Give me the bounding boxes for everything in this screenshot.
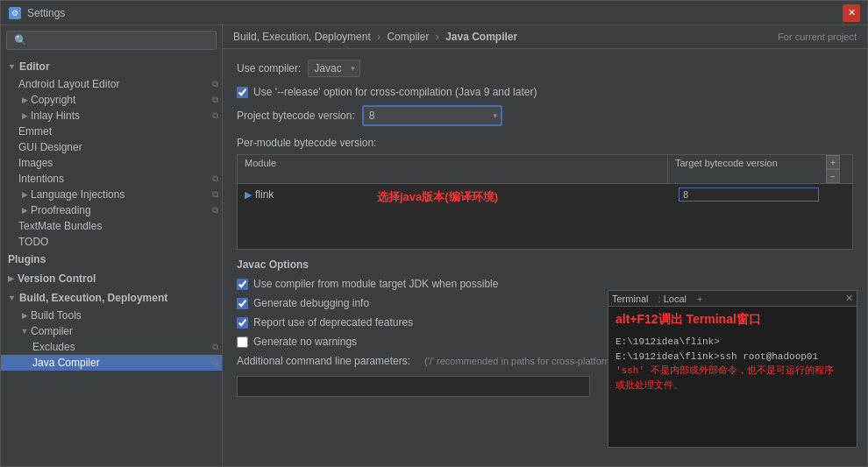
additional-label: Additional command line parameters: [237,355,410,367]
inlay-arrow-icon: ▶ [18,110,31,122]
copy-icon: ⧉ [212,79,218,89]
javac-opt4-label: Generate no warnings [253,336,357,348]
javac-opt3-checkbox[interactable] [237,317,248,329]
title-bar: ⚙ Settings ✕ [1,1,867,25]
main-content: ▼ Editor Android Layout Editor ⧉ ▶ Copyr… [1,25,867,466]
bytecode-version-row: Project bytecode version: ▼ [237,105,853,126]
copy-icon7: ⧉ [212,342,218,352]
bytecode-dropdown-icon: ▼ [492,112,499,120]
sidebar-tree: ▼ Editor Android Layout Editor ⧉ ▶ Copyr… [1,55,222,466]
per-module-label: Per-module bytecode version: [237,137,853,149]
copy-icon4: ⧉ [212,173,218,184]
sidebar-item-android-layout[interactable]: Android Layout Editor ⧉ [1,76,222,92]
javac-options-label: Javac Options [237,258,853,271]
main-panel: Build, Execution, Deployment › Compiler … [223,25,867,466]
remove-module-button[interactable]: − [826,169,840,183]
javac-opt4-checkbox[interactable] [237,336,248,348]
for-current-project-label: For current project [778,32,857,42]
sidebar-item-textmate[interactable]: TextMate Bundles [1,218,222,234]
compiler-select[interactable]: Javac [308,60,360,77]
copy-icon6: ⧉ [212,205,218,216]
terminal-title: alt+F12调出 Terminal窗口 [615,312,850,328]
javac-opt2-checkbox[interactable] [237,298,248,309]
terminal-tab-bar: Terminal : Local + ✕ [608,291,857,307]
sidebar-item-todo[interactable]: TODO [1,234,222,250]
proof-arrow-icon: ▶ [18,204,31,216]
sidebar-item-excludes[interactable]: Excludes ⧉ [1,339,222,355]
breadcrumb-bar: Build, Execution, Deployment › Compiler … [223,25,867,49]
sidebar-item-emmet[interactable]: Emmet [1,124,222,139]
terminal-tab-local[interactable]: Local [664,294,687,304]
terminal-body: alt+F12调出 Terminal窗口 E:\1912idea\flink> … [608,307,857,447]
module-col-header: Module [238,155,668,183]
copy-icon8: ⧉ [212,357,218,368]
sidebar-item-copyright[interactable]: ▶ Copyright ⧉ [1,92,222,108]
sidebar-item-editor[interactable]: ▼ Editor [1,57,222,76]
sidebar-item-inlay-hints[interactable]: ▶ Inlay Hints ⧉ [1,108,222,124]
tab-separator: : [658,294,661,304]
terminal-line-2: E:\1912idea\flink>ssh root@hadoop01 [615,350,850,364]
module-table: Module Target bytecode version + − ▶ fli… [237,154,853,250]
release-option-row: Use '--release' option for cross-compila… [237,86,853,98]
sidebar-item-build-tools[interactable]: ▶ Build Tools [1,308,222,323]
table-row: ▶ flink 8 [238,184,852,205]
terminal-tab-terminal[interactable]: Terminal [612,294,649,304]
sidebar-item-images[interactable]: Images [1,155,222,171]
module-table-container: Module Target bytecode version + − ▶ fli… [237,154,853,250]
settings-icon: ⚙ [8,6,22,20]
sidebar: ▼ Editor Android Layout Editor ⧉ ▶ Copyr… [1,25,223,466]
sidebar-item-gui-designer[interactable]: GUI Designer [1,139,222,155]
sidebar-item-proofreading[interactable]: ▶ Proofreading ⧉ [1,202,222,218]
module-target-cell: 8 [679,188,819,202]
release-option-checkbox[interactable] [237,87,248,98]
bytecode-version-input[interactable] [362,105,502,126]
sidebar-item-version-control[interactable]: ▶ Version Control [1,269,222,288]
additional-params-input[interactable] [237,376,590,397]
bytecode-label: Project bytecode version: [237,110,355,122]
sidebar-item-language-injections[interactable]: ▶ Language Injections ⧉ [1,187,222,202]
terminal-line-3: 'ssh' 不是内部或外部命令，也不是可运行的程序 [615,364,850,379]
release-option-label: Use '--release' option for cross-compila… [253,86,537,98]
bytecode-input-wrapper: ▼ [362,105,502,126]
javac-opt3-label: Report use of deprecated features [253,316,413,329]
table-actions: + − [826,155,852,183]
add-module-button[interactable]: + [826,155,840,169]
copy-icon2: ⧉ [212,95,218,105]
sidebar-item-build-exec[interactable]: ▼ Build, Execution, Deployment [1,288,222,308]
breadcrumb: Build, Execution, Deployment › Compiler … [233,31,517,43]
editor-arrow-icon: ▼ [8,62,16,71]
sidebar-item-intentions[interactable]: Intentions ⧉ [1,171,222,187]
close-button[interactable]: ✕ [843,4,860,22]
target-col-header: Target bytecode version [668,155,826,183]
build-arrow-icon: ▼ [8,294,16,302]
javac-opt1-row: Use compiler from module target JDK when… [237,278,853,290]
comp-arrow-icon: ▼ [18,325,31,337]
use-compiler-row: Use compiler: Javac [237,60,853,77]
sidebar-item-compiler[interactable]: ▼ Compiler [1,323,222,339]
terminal-close-icon[interactable]: ✕ [845,293,853,304]
sidebar-item-java-compiler[interactable]: Java Compiler ⧉ [1,355,222,371]
module-table-header: Module Target bytecode version + − [238,155,852,184]
settings-content-area: Use compiler: Javac Use '--release' opti… [223,49,867,466]
copy-icon5: ⧉ [212,189,218,200]
tab-add-icon: + [697,294,702,304]
compiler-select-wrapper: Javac [308,60,360,77]
module-folder-icon: ▶ [245,189,252,201]
svg-text:⚙: ⚙ [11,9,18,18]
sidebar-item-plugins[interactable]: Plugins [1,250,222,269]
javac-opt1-label: Use compiler from module target JDK when… [253,278,498,290]
vc-arrow-icon: ▶ [8,274,14,283]
terminal-line-1: E:\1912idea\flink> [615,335,850,350]
use-compiler-label: Use compiler: [237,62,301,74]
search-input[interactable] [6,31,217,50]
copyright-arrow-icon: ▶ [18,94,31,106]
settings-window: ⚙ Settings ✕ ▼ Editor Android Layout Edi… [0,0,868,467]
javac-opt2-label: Generate debugging info [253,297,369,309]
copy-icon3: ⧉ [212,110,218,121]
editor-label: Editor [19,60,50,73]
table-empty-space [238,205,852,249]
bt-arrow-icon: ▶ [18,309,31,322]
javac-opt1-checkbox[interactable] [237,279,248,290]
terminal-overlay: Terminal : Local + ✕ alt+F12调出 Terminal窗… [608,290,857,448]
lang-arrow-icon: ▶ [18,188,31,201]
